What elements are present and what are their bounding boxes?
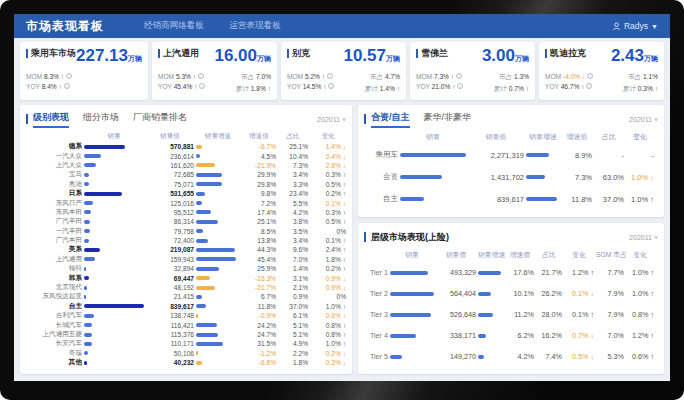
sales-bar — [84, 201, 93, 205]
growth-bar — [196, 286, 215, 290]
down-arrow-icon: ↓ — [588, 352, 594, 361]
sales-value: 32,894 — [146, 265, 194, 272]
rt-panel-tabs: 合资/自主豪华/非豪华 — [371, 111, 471, 128]
share-value: 16.2% — [536, 331, 562, 340]
date-selector[interactable]: 202011 ˅ — [317, 116, 346, 123]
up-arrow-icon: ↑ — [341, 265, 346, 272]
growth-value: 11.2% — [506, 310, 534, 319]
row-name: Tier 5 — [364, 352, 388, 361]
sales-value: 116,421 — [146, 322, 194, 329]
kpi-metric: YOY 45.4% ↑ i — [158, 83, 205, 90]
table-row: 德系570,881-6.7%25.1%1.4% ↓ — [26, 142, 346, 151]
up-arrow-icon: ↑ — [341, 331, 346, 338]
accent-tick — [545, 49, 547, 58]
nav-item-0[interactable]: 经销商网络看板 — [144, 20, 204, 32]
up-arrow-icon: ↑ — [395, 85, 400, 92]
growth-bar — [478, 334, 486, 338]
panel-left-header: 级别表现细分市场厂商销量排名 202011 ˅ — [26, 111, 346, 127]
kpi-metric: YOY 46.7% ↑ i — [545, 83, 593, 90]
down-arrow-icon: ↓ — [341, 312, 346, 319]
share-value: 28.0% — [536, 310, 562, 319]
sales-value: 493,329 — [436, 268, 476, 277]
kpi-label: 上汽通用 — [163, 47, 199, 60]
kpi-unit: 万辆 — [644, 55, 658, 62]
share-value: 25.1% — [278, 143, 308, 150]
down-arrow-icon: ↓ — [341, 162, 346, 169]
growth-bar — [196, 220, 218, 224]
growth-bar — [196, 163, 215, 167]
kpi-metrics-left: MOM 7.3% ↑ iYOY 21.0% ↑ i — [416, 73, 463, 94]
change-value: 0.3% ↓ — [310, 359, 346, 366]
change-value: 0.5% ↓ — [564, 352, 594, 361]
change-value: 0.1% ↑ — [310, 237, 346, 244]
column-header: 占比 — [536, 250, 562, 260]
tab-0[interactable]: 级别表现 — [33, 111, 69, 128]
metric-value: 1.8% — [251, 85, 266, 92]
share-value: 7.0% — [278, 256, 308, 263]
table-row: 上汽通用159,94345.4%7.0%1.8% ↑ — [26, 255, 346, 264]
sales-bar — [84, 361, 87, 365]
sales-bar-cell — [84, 145, 144, 149]
sales-value: 338,171 — [436, 331, 476, 340]
tab-1[interactable]: 细分市场 — [83, 111, 119, 128]
growth-bar-cell — [196, 145, 240, 149]
table-row: 北京现代48,192-21.7%2.1%0.9% ↓ — [26, 283, 346, 292]
share-value: 3.5% — [278, 228, 308, 235]
sales-bar-cell — [84, 286, 144, 290]
row-name: 东风本田 — [26, 208, 82, 217]
change-value: 0.3% ↑ — [310, 171, 346, 178]
dashboard-screen: 市场表现看板 经销商网络看板运营表现看板 Radys ▼ 乘用车市场227.13… — [14, 14, 670, 381]
date-selector[interactable]: 202011 ˅ — [629, 234, 658, 241]
metric-label: 市占 — [628, 73, 643, 80]
up-arrow-icon: ↑ — [648, 352, 654, 361]
sales-bar-cell — [84, 304, 144, 308]
up-arrow-icon: ↑ — [653, 85, 658, 92]
growth-bar-cell — [196, 351, 240, 355]
growth-bar — [478, 271, 501, 275]
growth-bar — [196, 192, 205, 196]
sales-bar — [390, 292, 434, 296]
column-header: SGM 市占 — [596, 250, 624, 260]
kpi-value: 227.13万辆 — [76, 47, 142, 67]
accent-tick — [287, 49, 289, 58]
tab-1[interactable]: 豪华/非豪华 — [424, 111, 472, 128]
row-name: 奇瑞 — [26, 349, 82, 358]
nav-item-1[interactable]: 运营表现看板 — [230, 20, 281, 32]
row-name: Tier 3 — [364, 310, 388, 319]
sales-bar-cell — [84, 361, 144, 365]
column-header: 占比 — [594, 132, 624, 142]
sales-bar-cell — [84, 201, 144, 205]
share-value: 7.4% — [536, 352, 562, 361]
tab-2[interactable]: 厂商销量排名 — [133, 111, 187, 128]
row-name: 美系 — [26, 245, 82, 254]
sales-bar — [84, 173, 89, 177]
sales-bar-cell — [84, 257, 144, 261]
growth-bar-cell — [196, 286, 240, 290]
metric-value: 8.3% — [44, 73, 59, 80]
growth-value: 45.4% — [242, 256, 276, 263]
change-value: 2.8% ↓ — [310, 162, 346, 169]
growth-bar-cell — [478, 271, 504, 275]
sales-bar-cell — [84, 182, 144, 186]
sales-value: 1,431,702 — [468, 173, 524, 182]
growth-bar-cell — [526, 153, 560, 157]
growth-bar-cell — [196, 361, 240, 365]
table-row: 广汽本田72,40013.8%3.4%0.1% ↑ — [26, 236, 346, 245]
kpi-metric: YOY 21.0% ↑ i — [416, 83, 463, 90]
growth-bar — [196, 145, 202, 149]
up-arrow-icon: ↑ — [341, 181, 346, 188]
tab-0[interactable]: 合资/自主 — [371, 111, 410, 128]
growth-value: 24.2% — [242, 322, 276, 329]
row-name: 广汽本田 — [26, 236, 82, 245]
up-arrow-icon: ↑ — [648, 195, 654, 204]
table-row: 东风日产125,0167.2%5.5%0.1% ↓ — [26, 198, 346, 207]
change-value: 0.4% ↓ — [310, 153, 346, 160]
panel-rb-header: 层级市场表现(上险) 202011 ˅ — [364, 229, 658, 245]
page-title: 市场表现看板 — [26, 18, 104, 35]
user-menu[interactable]: Radys ▼ — [612, 21, 658, 31]
sales-bar — [84, 267, 86, 271]
kpi-name: 凯迪拉克 — [545, 47, 586, 60]
user-name: Radys — [624, 21, 648, 31]
metric-label: MOM — [26, 73, 44, 80]
date-selector[interactable]: 202011 ˅ — [629, 116, 658, 123]
